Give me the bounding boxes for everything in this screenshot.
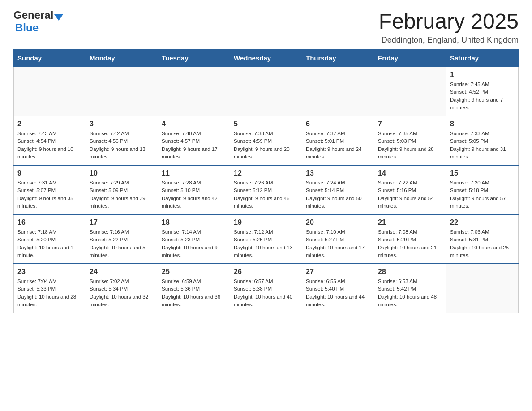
day-number: 12 (234, 169, 298, 177)
day-number: 5 (234, 120, 298, 128)
day-number: 17 (90, 218, 154, 227)
day-of-week-tuesday: Tuesday (158, 50, 230, 67)
day-info: Sunrise: 7:31 AMSunset: 5:07 PMDaylight:… (17, 179, 82, 210)
month-title: February 2025 (379, 9, 519, 34)
calendar-cell: 24Sunrise: 7:02 AMSunset: 5:34 PMDayligh… (86, 264, 158, 313)
calendar-cell: 2Sunrise: 7:43 AMSunset: 4:54 PMDaylight… (14, 116, 86, 165)
day-info: Sunrise: 7:26 AMSunset: 5:12 PMDaylight:… (234, 179, 298, 210)
day-info: Sunrise: 6:57 AMSunset: 5:38 PMDaylight:… (234, 278, 298, 308)
day-info: Sunrise: 7:42 AMSunset: 4:56 PMDaylight:… (90, 130, 154, 161)
day-info: Sunrise: 7:14 AMSunset: 5:23 PMDaylight:… (162, 228, 226, 259)
day-info: Sunrise: 7:08 AMSunset: 5:29 PMDaylight:… (378, 228, 442, 259)
calendar-cell: 12Sunrise: 7:26 AMSunset: 5:12 PMDayligh… (230, 165, 302, 214)
location-text: Deddington, England, United Kingdom (379, 35, 519, 45)
day-number: 9 (17, 169, 82, 177)
day-info: Sunrise: 7:12 AMSunset: 5:25 PMDaylight:… (234, 228, 298, 259)
day-info: Sunrise: 7:20 AMSunset: 5:18 PMDaylight:… (450, 179, 515, 210)
day-info: Sunrise: 7:10 AMSunset: 5:27 PMDaylight:… (306, 228, 370, 259)
day-info: Sunrise: 7:06 AMSunset: 5:31 PMDaylight:… (450, 228, 515, 259)
calendar-cell: 23Sunrise: 7:04 AMSunset: 5:33 PMDayligh… (14, 264, 86, 313)
calendar-cell: 22Sunrise: 7:06 AMSunset: 5:31 PMDayligh… (446, 214, 519, 264)
day-of-week-wednesday: Wednesday (230, 50, 302, 67)
calendar-cell: 17Sunrise: 7:16 AMSunset: 5:22 PMDayligh… (86, 214, 158, 264)
calendar-cell: 15Sunrise: 7:20 AMSunset: 5:18 PMDayligh… (446, 165, 519, 214)
day-info: Sunrise: 7:43 AMSunset: 4:54 PMDaylight:… (17, 130, 82, 161)
day-number: 26 (234, 268, 298, 276)
calendar-cell: 9Sunrise: 7:31 AMSunset: 5:07 PMDaylight… (14, 165, 86, 214)
day-info: Sunrise: 7:37 AMSunset: 5:01 PMDaylight:… (306, 130, 370, 161)
day-number: 20 (306, 218, 370, 227)
calendar-cell (86, 67, 158, 116)
logo-arrow-icon (54, 14, 63, 21)
day-number: 6 (306, 120, 370, 128)
week-row-4: 16Sunrise: 7:18 AMSunset: 5:20 PMDayligh… (14, 214, 519, 264)
calendar-cell: 6Sunrise: 7:37 AMSunset: 5:01 PMDaylight… (302, 116, 374, 165)
day-number: 27 (306, 268, 370, 276)
day-info: Sunrise: 7:33 AMSunset: 5:05 PMDaylight:… (450, 130, 515, 161)
calendar-cell: 28Sunrise: 6:53 AMSunset: 5:42 PMDayligh… (374, 264, 446, 313)
day-number: 28 (378, 268, 442, 276)
week-row-1: 1Sunrise: 7:45 AMSunset: 4:52 PMDaylight… (14, 67, 519, 116)
calendar-header-row: SundayMondayTuesdayWednesdayThursdayFrid… (14, 50, 519, 67)
day-of-week-thursday: Thursday (302, 50, 374, 67)
calendar-cell: 3Sunrise: 7:42 AMSunset: 4:56 PMDaylight… (86, 116, 158, 165)
day-number: 15 (450, 169, 515, 177)
logo-blue-text: Blue (15, 21, 39, 34)
day-number: 3 (90, 120, 154, 128)
calendar-cell: 10Sunrise: 7:29 AMSunset: 5:09 PMDayligh… (86, 165, 158, 214)
calendar-cell: 19Sunrise: 7:12 AMSunset: 5:25 PMDayligh… (230, 214, 302, 264)
title-area: February 2025 Deddington, England, Unite… (379, 9, 519, 45)
day-number: 23 (17, 268, 82, 276)
day-info: Sunrise: 7:38 AMSunset: 4:59 PMDaylight:… (234, 130, 298, 161)
calendar-cell (230, 67, 302, 116)
calendar-cell: 18Sunrise: 7:14 AMSunset: 5:23 PMDayligh… (158, 214, 230, 264)
calendar-cell: 16Sunrise: 7:18 AMSunset: 5:20 PMDayligh… (14, 214, 86, 264)
calendar-cell (302, 67, 374, 116)
day-info: Sunrise: 7:29 AMSunset: 5:09 PMDaylight:… (90, 179, 154, 210)
calendar-cell: 14Sunrise: 7:22 AMSunset: 5:16 PMDayligh… (374, 165, 446, 214)
day-number: 25 (162, 268, 226, 276)
day-number: 19 (234, 218, 298, 227)
day-number: 10 (90, 169, 154, 177)
calendar-cell: 25Sunrise: 6:59 AMSunset: 5:36 PMDayligh… (158, 264, 230, 313)
week-row-5: 23Sunrise: 7:04 AMSunset: 5:33 PMDayligh… (14, 264, 519, 313)
day-info: Sunrise: 7:04 AMSunset: 5:33 PMDaylight:… (17, 278, 82, 308)
day-info: Sunrise: 7:45 AMSunset: 4:52 PMDaylight:… (450, 81, 515, 111)
day-info: Sunrise: 7:40 AMSunset: 4:57 PMDaylight:… (162, 130, 226, 161)
day-info: Sunrise: 7:18 AMSunset: 5:20 PMDaylight:… (17, 228, 82, 259)
calendar-table: SundayMondayTuesdayWednesdayThursdayFrid… (13, 49, 519, 313)
day-number: 11 (162, 169, 226, 177)
day-number: 7 (378, 120, 442, 128)
calendar-cell: 5Sunrise: 7:38 AMSunset: 4:59 PMDaylight… (230, 116, 302, 165)
day-info: Sunrise: 7:02 AMSunset: 5:34 PMDaylight:… (90, 278, 154, 308)
day-number: 13 (306, 169, 370, 177)
day-number: 4 (162, 120, 226, 128)
day-info: Sunrise: 7:16 AMSunset: 5:22 PMDaylight:… (90, 228, 154, 259)
day-info: Sunrise: 6:59 AMSunset: 5:36 PMDaylight:… (162, 278, 226, 308)
day-number: 8 (450, 120, 515, 128)
calendar-cell: 4Sunrise: 7:40 AMSunset: 4:57 PMDaylight… (158, 116, 230, 165)
calendar-cell: 13Sunrise: 7:24 AMSunset: 5:14 PMDayligh… (302, 165, 374, 214)
day-number: 18 (162, 218, 226, 227)
calendar-cell (158, 67, 230, 116)
day-number: 22 (450, 218, 515, 227)
day-info: Sunrise: 6:55 AMSunset: 5:40 PMDaylight:… (306, 278, 370, 308)
day-info: Sunrise: 7:35 AMSunset: 5:03 PMDaylight:… (378, 130, 442, 161)
calendar-cell: 11Sunrise: 7:28 AMSunset: 5:10 PMDayligh… (158, 165, 230, 214)
calendar-cell: 21Sunrise: 7:08 AMSunset: 5:29 PMDayligh… (374, 214, 446, 264)
day-info: Sunrise: 6:53 AMSunset: 5:42 PMDaylight:… (378, 278, 442, 308)
day-number: 2 (17, 120, 82, 128)
calendar-cell: 20Sunrise: 7:10 AMSunset: 5:27 PMDayligh… (302, 214, 374, 264)
logo: General Blue (13, 9, 63, 34)
day-info: Sunrise: 7:22 AMSunset: 5:16 PMDaylight:… (378, 179, 442, 210)
day-of-week-friday: Friday (374, 50, 446, 67)
logo-general-text: General (13, 9, 53, 21)
calendar-cell: 26Sunrise: 6:57 AMSunset: 5:38 PMDayligh… (230, 264, 302, 313)
day-number: 24 (90, 268, 154, 276)
day-number: 21 (378, 218, 442, 227)
week-row-3: 9Sunrise: 7:31 AMSunset: 5:07 PMDaylight… (14, 165, 519, 214)
day-number: 16 (17, 218, 82, 227)
day-info: Sunrise: 7:28 AMSunset: 5:10 PMDaylight:… (162, 179, 226, 210)
day-of-week-saturday: Saturday (446, 50, 519, 67)
calendar-cell (446, 264, 519, 313)
